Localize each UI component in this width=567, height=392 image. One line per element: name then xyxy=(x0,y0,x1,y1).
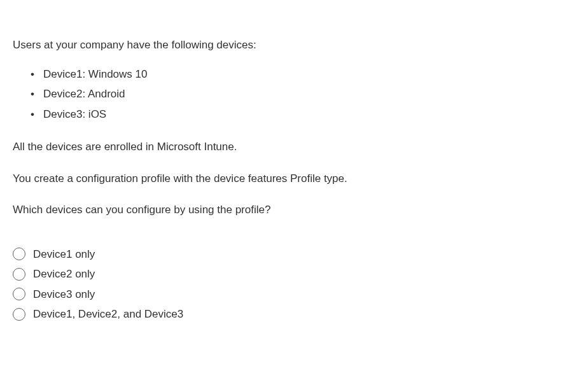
question-paragraph: Which devices can you configure by using… xyxy=(13,202,554,218)
device-item: Device2: Android xyxy=(31,86,554,102)
device-item: Device3: iOS xyxy=(31,106,554,123)
answer-option[interactable]: Device1, Device2, and Device3 xyxy=(13,306,554,323)
answer-options: Device1 only Device2 only Device3 only D… xyxy=(13,246,554,323)
answer-option[interactable]: Device1 only xyxy=(13,246,554,263)
device-item: Device1: Windows 10 xyxy=(31,66,554,83)
radio-icon xyxy=(13,308,25,321)
option-label: Device3 only xyxy=(33,286,95,303)
radio-icon xyxy=(13,268,25,281)
question-paragraph: You create a configuration profile with … xyxy=(13,171,554,187)
device-list: Device1: Windows 10 Device2: Android Dev… xyxy=(13,66,554,123)
option-label: Device2 only xyxy=(33,266,95,283)
option-label: Device1, Device2, and Device3 xyxy=(33,306,183,323)
radio-icon xyxy=(13,248,25,260)
option-label: Device1 only xyxy=(33,246,95,263)
answer-option[interactable]: Device3 only xyxy=(13,286,554,303)
answer-option[interactable]: Device2 only xyxy=(13,266,554,283)
radio-icon xyxy=(13,288,25,300)
question-intro: Users at your company have the following… xyxy=(13,37,554,53)
question-paragraph: All the devices are enrolled in Microsof… xyxy=(13,139,554,155)
